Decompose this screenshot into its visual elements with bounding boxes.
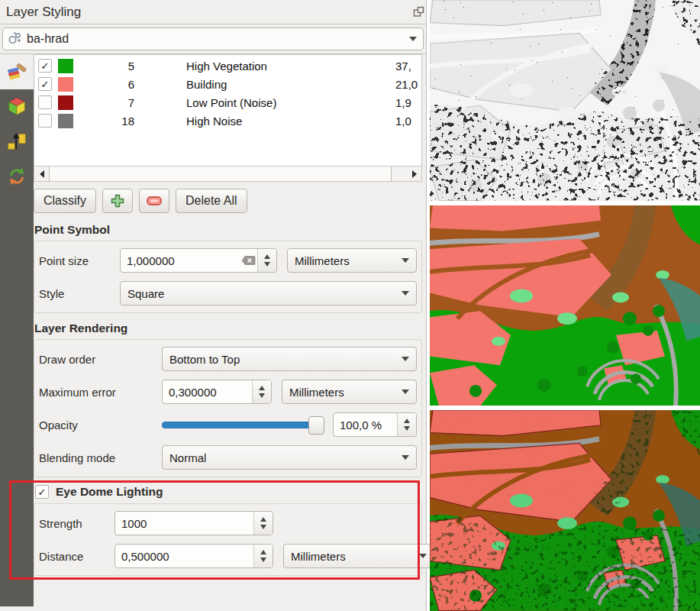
- history-reload-icon: [6, 166, 27, 189]
- styling-tabs-rail: [0, 54, 34, 611]
- clear-value-icon[interactable]: [241, 255, 256, 266]
- preview-classified-edl-point-cloud: [430, 410, 700, 611]
- chevron-down-icon: [409, 37, 417, 41]
- class-label: Low Point (Noise): [137, 96, 392, 109]
- point-size-value: 1,000000: [121, 254, 241, 267]
- 3d-cube-icon: [6, 95, 27, 119]
- draw-order-combo[interactable]: Bottom to Top: [162, 347, 417, 371]
- tab-symbology[interactable]: [0, 54, 34, 89]
- class-value: 18: [76, 115, 134, 128]
- class-label: Building: [137, 78, 392, 91]
- float-panel-icon[interactable]: [412, 6, 424, 18]
- elevation-icon: [6, 131, 27, 154]
- chevron-down-icon: [402, 258, 409, 263]
- row-checkbox[interactable]: [38, 59, 52, 73]
- scroll-left-icon[interactable]: [34, 166, 49, 181]
- distance-spinbox[interactable]: 0,500000: [115, 544, 273, 568]
- maximum-error-unit-combo[interactable]: Millimeters: [282, 380, 417, 404]
- class-color-chip[interactable]: [58, 95, 73, 110]
- layer-styling-panel: Layer Styling ba-hrad: [0, 0, 427, 611]
- chevron-down-icon: [402, 390, 409, 394]
- preview-unclassified-point-cloud: [430, 0, 700, 201]
- row-checkbox[interactable]: [38, 95, 52, 109]
- blending-mode-combo[interactable]: Normal: [162, 445, 417, 470]
- point-symbol-group: Point size 1,000000 Mil: [34, 241, 422, 313]
- row-checkbox[interactable]: [38, 77, 52, 91]
- slider-track: [162, 422, 323, 428]
- symbology-brush-icon: [5, 60, 28, 85]
- spinner-arrows[interactable]: [253, 512, 273, 535]
- point-size-unit-combo[interactable]: Millimeters: [287, 248, 417, 273]
- class-count: 37,: [395, 60, 421, 73]
- tab-elevation[interactable]: [0, 124, 34, 160]
- scrollbar-thumb[interactable]: [49, 166, 392, 181]
- distance-unit-combo[interactable]: Millimeters: [283, 544, 434, 568]
- opacity-label: Opacity: [39, 419, 152, 432]
- draw-order-label: Draw order: [39, 353, 152, 366]
- class-color-chip[interactable]: [58, 59, 73, 73]
- style-combo[interactable]: Square: [120, 281, 417, 306]
- remove-class-button[interactable]: [139, 189, 169, 213]
- tab-history[interactable]: [0, 160, 34, 195]
- layer-rendering-heading: Layer Rendering: [34, 322, 422, 335]
- maximum-error-spinbox[interactable]: 0,300000: [162, 380, 272, 404]
- chevron-down-icon: [419, 554, 427, 558]
- class-value: 6: [76, 78, 134, 91]
- edl-heading: Eye Dome Lighting: [56, 485, 163, 499]
- classification-table[interactable]: 5 High Vegetation 37, 6 Building 21,0 7 …: [34, 54, 422, 166]
- distance-label: Distance: [39, 550, 105, 563]
- preview-classified-point-cloud: [430, 205, 700, 406]
- point-cloud-layer-icon: [8, 31, 22, 47]
- minus-icon: [147, 196, 162, 205]
- delete-all-button[interactable]: Delete All: [176, 189, 247, 213]
- spinner-arrows[interactable]: [397, 413, 416, 436]
- opacity-slider[interactable]: [162, 413, 323, 436]
- table-row[interactable]: 7 Low Point (Noise) 1,9: [34, 93, 421, 112]
- blending-mode-label: Blending mode: [39, 451, 152, 464]
- class-color-chip[interactable]: [58, 77, 73, 92]
- opacity-spinbox[interactable]: 100,0 %: [333, 412, 417, 437]
- class-count: 1,0: [395, 115, 421, 128]
- table-row[interactable]: 18 High Noise 1,0: [34, 112, 421, 130]
- panel-titlebar: Layer Styling: [0, 0, 426, 24]
- point-size-label: Point size: [39, 254, 110, 267]
- class-color-chip[interactable]: [58, 114, 73, 128]
- class-label: High Noise: [137, 115, 392, 128]
- plus-icon: [111, 194, 124, 208]
- class-value: 5: [76, 60, 134, 73]
- class-count: 1,9: [395, 96, 421, 109]
- classify-button[interactable]: Classify: [34, 189, 96, 213]
- point-size-spinbox[interactable]: 1,000000: [120, 248, 277, 273]
- maximum-error-label: Maximum error: [39, 386, 152, 399]
- chevron-down-icon: [402, 455, 409, 460]
- panel-title: Layer Styling: [6, 5, 81, 20]
- slider-handle[interactable]: [308, 416, 324, 435]
- eye-dome-lighting-section: Eye Dome Lighting Strength 1000 Distance: [34, 485, 422, 576]
- table-row[interactable]: 5 High Vegetation 37,: [34, 57, 421, 75]
- layer-rendering-group: Draw order Bottom to Top Maximum error 0…: [34, 339, 422, 477]
- spinner-arrows[interactable]: [257, 249, 276, 272]
- row-checkbox[interactable]: [38, 114, 52, 128]
- scroll-right-icon[interactable]: [407, 166, 421, 181]
- rail-spacer: [0, 195, 34, 606]
- strength-label: Strength: [39, 517, 105, 530]
- spinner-arrows[interactable]: [252, 380, 271, 403]
- strength-spinbox[interactable]: 1000: [115, 511, 273, 535]
- class-count: 21,0: [395, 78, 421, 91]
- tab-3d-view[interactable]: [0, 89, 34, 124]
- layer-selector-row: ba-hrad: [0, 24, 426, 54]
- add-class-button[interactable]: [102, 189, 133, 213]
- point-symbol-heading: Point Symbol: [34, 223, 422, 237]
- style-label: Style: [39, 287, 110, 300]
- chevron-down-icon: [402, 291, 409, 296]
- table-row[interactable]: 6 Building 21,0: [34, 75, 421, 93]
- class-value: 7: [76, 96, 134, 109]
- map-previews-column: [430, 0, 700, 611]
- class-label: High Vegetation: [137, 60, 392, 73]
- table-horizontal-scrollbar[interactable]: [34, 166, 422, 182]
- edl-group: Strength 1000 Distance 0,500000: [34, 503, 422, 576]
- spinner-arrows[interactable]: [253, 545, 273, 567]
- chevron-down-icon: [402, 357, 409, 361]
- layer-selector[interactable]: ba-hrad: [2, 27, 424, 50]
- edl-checkbox[interactable]: [35, 485, 49, 499]
